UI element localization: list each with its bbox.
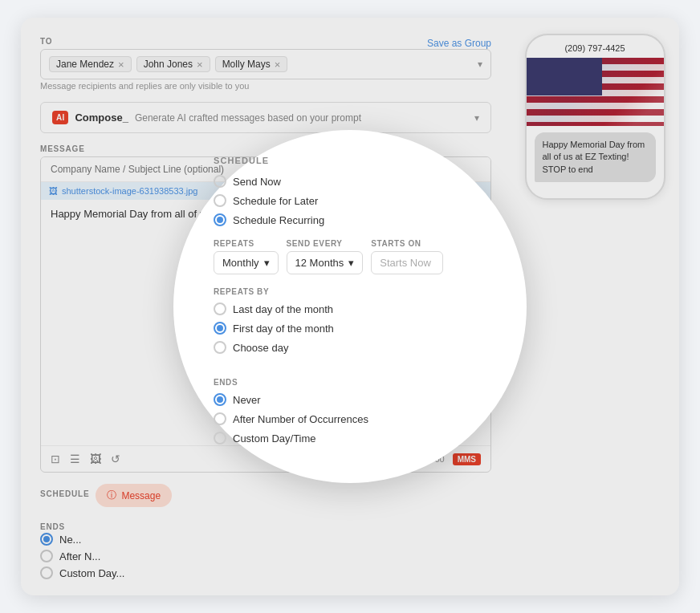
- ends-modal-option-2[interactable]: Custom Day/Time: [214, 432, 368, 445]
- starts-on-input[interactable]: Starts Now: [371, 251, 443, 274]
- radio-custom-day-time[interactable]: [214, 432, 226, 445]
- schedule-option-recurring[interactable]: Schedule Recurring: [214, 213, 324, 226]
- radio-after-occurrences[interactable]: [214, 412, 226, 425]
- schedule-modal-card: SCHEDULE Send Now Schedule for Later Sch…: [173, 130, 527, 483]
- repeats-value: Monthly: [222, 257, 259, 269]
- radio-last-day[interactable]: [214, 302, 226, 315]
- repeats-label: REPEATS: [214, 239, 279, 248]
- ends-modal-radio-group: Never After Number of Occurrences Custom…: [214, 393, 368, 445]
- repeats-by-option-2[interactable]: Choose day: [214, 341, 334, 354]
- radio-send-now[interactable]: [214, 175, 226, 188]
- ends-modal-option-1[interactable]: After Number of Occurrences: [214, 412, 368, 425]
- starts-on-label: STARTS ON: [371, 239, 443, 248]
- send-every-select[interactable]: 12 Months ▾: [287, 251, 364, 274]
- main-container: TO Save as Group Jane Mendez × John Jone…: [21, 18, 679, 595]
- schedule-option-later[interactable]: Schedule for Later: [214, 194, 324, 207]
- ends-modal-option-0[interactable]: Never: [214, 393, 368, 406]
- schedule-fields-row: REPEATS Monthly ▾ SEND EVERY 12 Months ▾…: [214, 239, 443, 274]
- starts-on-field-group: STARTS ON Starts Now: [371, 239, 443, 274]
- send-every-label: SEND EVERY: [287, 239, 364, 248]
- radio-never[interactable]: [214, 393, 226, 406]
- radio-choose-day[interactable]: [214, 341, 226, 354]
- radio-first-day[interactable]: [214, 322, 226, 335]
- modal-schedule-title: SCHEDULE: [214, 156, 269, 165]
- schedule-recurring-label: Schedule Recurring: [233, 214, 324, 226]
- schedule-option-send-now[interactable]: Send Now: [214, 175, 324, 188]
- repeats-by-section: REPEATS BY Last day of the month First d…: [214, 287, 334, 367]
- repeats-chevron: ▾: [264, 257, 270, 269]
- send-every-chevron: ▾: [348, 257, 354, 269]
- first-day-label: First day of the month: [233, 323, 334, 335]
- last-day-label: Last day of the month: [233, 303, 333, 315]
- schedule-later-label: Schedule for Later: [233, 195, 318, 207]
- radio-schedule-later[interactable]: [214, 194, 226, 207]
- after-occurrences-label: After Number of Occurrences: [233, 413, 368, 425]
- send-every-value: 12 Months: [295, 257, 344, 269]
- choose-day-label: Choose day: [233, 342, 288, 354]
- repeats-by-radio-group: Last day of the month First day of the m…: [214, 302, 334, 354]
- schedule-modal-overlay: SCHEDULE Send Now Schedule for Later Sch…: [21, 18, 679, 595]
- repeats-field-group: REPEATS Monthly ▾: [214, 239, 279, 274]
- repeats-by-option-0[interactable]: Last day of the month: [214, 302, 334, 315]
- send-now-label: Send Now: [233, 176, 281, 188]
- radio-recurring[interactable]: [214, 213, 226, 226]
- repeats-by-option-1[interactable]: First day of the month: [214, 322, 334, 335]
- custom-day-time-label: Custom Day/Time: [233, 432, 316, 445]
- ends-modal-title: ENDS: [214, 378, 368, 387]
- ends-modal-section: ENDS Never After Number of Occurrences C…: [214, 378, 368, 457]
- send-every-field-group: SEND EVERY 12 Months ▾: [287, 239, 364, 274]
- repeats-by-title: REPEATS BY: [214, 287, 334, 296]
- never-label: Never: [233, 394, 261, 406]
- repeats-select[interactable]: Monthly ▾: [214, 251, 279, 274]
- schedule-type-radio-group: Send Now Schedule for Later Schedule Rec…: [214, 175, 324, 226]
